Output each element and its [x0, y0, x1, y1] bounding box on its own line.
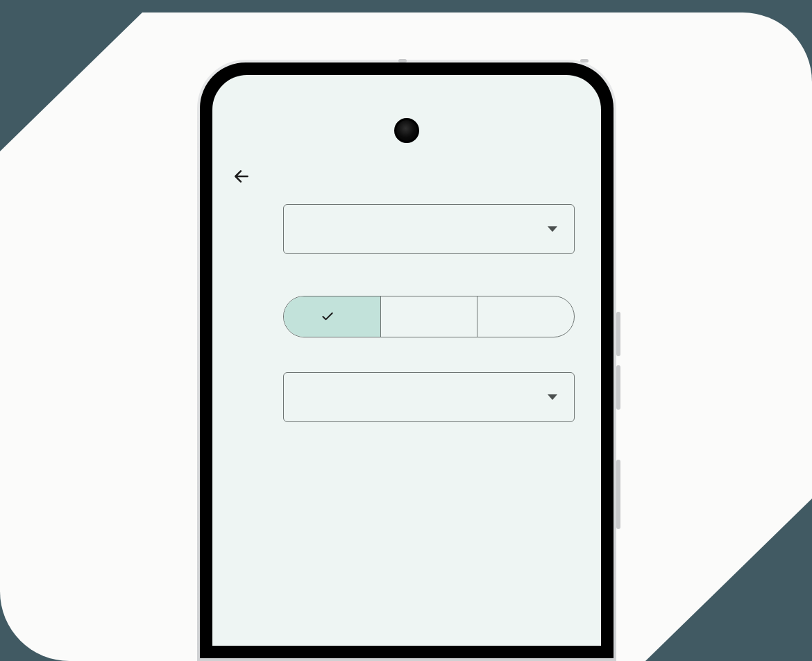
report-type-select[interactable]	[283, 204, 575, 254]
arrow-left-icon	[232, 167, 251, 185]
phone-top-notch-mark	[580, 59, 589, 62]
dropdown-caret-icon	[548, 226, 557, 232]
segment-money[interactable]	[284, 296, 381, 337]
front-camera	[394, 118, 419, 143]
form	[232, 204, 582, 422]
phone-frame	[197, 60, 616, 661]
phone-screen	[212, 75, 601, 646]
check-icon	[321, 310, 335, 324]
header	[232, 164, 582, 204]
phone-side-button	[616, 365, 620, 410]
users-companies-select[interactable]	[283, 372, 575, 422]
segment-data[interactable]	[477, 296, 574, 337]
app-content	[212, 164, 601, 646]
segment-credits[interactable]	[381, 296, 478, 337]
phone-side-button	[616, 460, 620, 529]
back-button[interactable]	[232, 167, 251, 186]
phone-top-notch-mark	[398, 59, 407, 62]
phone-bezel	[200, 62, 614, 658]
phone-side-button	[616, 312, 620, 356]
segmented-control	[283, 296, 575, 337]
dropdown-caret-icon	[548, 394, 557, 400]
